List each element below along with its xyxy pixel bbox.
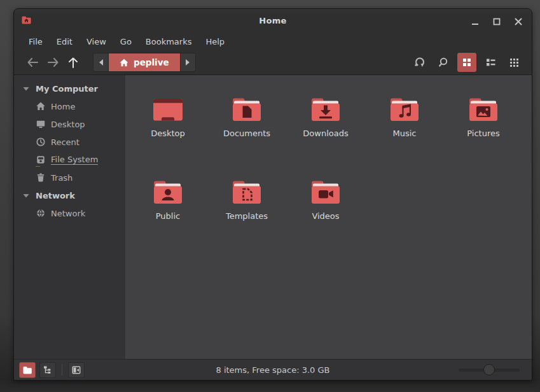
public-folder-icon: [153, 172, 183, 206]
sidebar-section-my-computer[interactable]: My Computer: [14, 80, 125, 97]
file-item-label: Public: [156, 211, 180, 221]
back-button[interactable]: [22, 53, 43, 72]
sidebar-item-file-system[interactable]: File System: [14, 151, 125, 169]
sidebar-section-label: My Computer: [36, 84, 98, 94]
reload-button[interactable]: [410, 53, 429, 72]
templates-folder-icon: [232, 172, 262, 206]
file-item-label: Desktop: [151, 129, 185, 138]
status-summary: 8 items, Free space: 3.0 GB: [14, 365, 532, 375]
path-bar: peplive: [93, 53, 196, 72]
tree-icon: [43, 365, 53, 375]
home-icon: [36, 101, 46, 111]
places-pane-button[interactable]: [19, 362, 36, 378]
sidebar-item-label: Network: [51, 209, 85, 218]
file-item-label: Templates: [226, 211, 268, 221]
file-item-videos[interactable]: Videos: [286, 172, 365, 255]
sidebar-item-label: Recent: [51, 137, 80, 147]
documents-folder-icon: [232, 90, 262, 123]
menu-bar: FileEditViewGoBookmarksHelp: [14, 32, 532, 50]
file-item-label: Videos: [312, 211, 339, 221]
statusbar-separator: [62, 364, 62, 375]
menu-item-view[interactable]: View: [80, 34, 113, 49]
side-pane-icon: [71, 365, 81, 375]
menu-item-go[interactable]: Go: [113, 34, 139, 49]
file-item-music[interactable]: Music: [365, 90, 444, 172]
menu-item-edit[interactable]: Edit: [50, 34, 80, 49]
list-view-button[interactable]: [481, 53, 500, 72]
home-icon: [120, 59, 128, 67]
status-bar: 8 items, Free space: 3.0 GB: [14, 359, 532, 380]
toolbar-actions: [410, 53, 523, 72]
title-bar[interactable]: Home: [14, 9, 532, 32]
file-item-templates[interactable]: Templates: [207, 172, 286, 255]
menu-item-help[interactable]: Help: [198, 34, 232, 49]
file-item-public[interactable]: Public: [128, 172, 207, 255]
forward-button[interactable]: [43, 53, 63, 72]
sidebar-item-home[interactable]: Home: [14, 97, 125, 115]
file-item-label: Documents: [223, 129, 270, 138]
folder-icon: [22, 365, 32, 375]
file-item-label: Pictures: [467, 129, 499, 138]
path-current-label: peplive: [134, 57, 169, 67]
folder-view[interactable]: DesktopDocumentsDownloadsMusicPicturesPu…: [125, 75, 532, 359]
search-button[interactable]: [434, 53, 453, 72]
window-content: My ComputerHomeDesktopRecentFile SystemT…: [14, 75, 532, 359]
trash-icon: [36, 172, 46, 183]
sidebar-item-desktop[interactable]: Desktop: [14, 115, 125, 133]
file-item-downloads[interactable]: Downloads: [286, 90, 365, 172]
compact-view-button[interactable]: [504, 53, 523, 72]
zoom-slider-handle[interactable]: [483, 364, 495, 375]
desktop-icon: [36, 119, 46, 129]
window-controls: [471, 9, 523, 32]
pictures-folder-icon: [468, 90, 499, 123]
up-button[interactable]: [63, 53, 83, 72]
file-manager-window: Home FileEditViewGoBookmarksHelp: [13, 8, 532, 381]
network-icon: [36, 208, 46, 218]
icon-view-button[interactable]: [457, 53, 476, 72]
expander-icon: [22, 87, 31, 91]
sidebar-section-network[interactable]: Network: [14, 186, 125, 204]
music-folder-icon: [389, 90, 420, 123]
path-scroll-right-button[interactable]: [181, 53, 195, 71]
sidebar-item-label: Home: [51, 102, 75, 111]
sidebar-section-label: Network: [36, 191, 75, 200]
file-grid: DesktopDocumentsDownloadsMusicPicturesPu…: [128, 90, 532, 255]
path-segment-home[interactable]: peplive: [108, 53, 181, 71]
maximize-button[interactable]: [492, 17, 501, 25]
path-scroll-left-button[interactable]: [93, 53, 108, 71]
desktop: { "window": { "title": "Home" }, "menu":…: [0, 0, 540, 392]
window-title: Home: [14, 16, 532, 25]
toolbar: peplive: [14, 50, 532, 75]
close-button[interactable]: [514, 17, 523, 25]
downloads-folder-icon: [310, 90, 341, 123]
sidebar-item-recent[interactable]: Recent: [14, 133, 125, 151]
menu-item-bookmarks[interactable]: Bookmarks: [139, 34, 199, 49]
sidebar-item-label: File System: [51, 155, 98, 165]
file-item-desktop[interactable]: Desktop: [128, 90, 207, 172]
sidebar-item-label: Trash: [51, 173, 73, 183]
file-system-icon: [36, 155, 46, 165]
videos-folder-icon: [310, 172, 341, 206]
toggle-side-pane-button[interactable]: [68, 362, 85, 378]
side-pane: My ComputerHomeDesktopRecentFile SystemT…: [14, 75, 125, 359]
sidebar-item-network[interactable]: Network: [14, 204, 125, 222]
file-item-label: Music: [393, 129, 417, 138]
zoom-slider[interactable]: [459, 364, 520, 375]
menu-item-file[interactable]: File: [22, 34, 50, 49]
file-item-pictures[interactable]: Pictures: [444, 90, 523, 172]
directory-tree-button[interactable]: [39, 362, 56, 378]
window-app-icon: [21, 15, 32, 25]
minimize-button[interactable]: [471, 17, 480, 25]
file-item-documents[interactable]: Documents: [207, 90, 286, 172]
sidebar-item-trash[interactable]: Trash: [14, 169, 125, 186]
expander-icon: [22, 193, 31, 198]
desktop-folder-icon: [153, 90, 183, 123]
sidebar-item-label: Desktop: [51, 120, 85, 129]
file-item-label: Downloads: [303, 129, 348, 138]
recent-icon: [36, 137, 46, 147]
